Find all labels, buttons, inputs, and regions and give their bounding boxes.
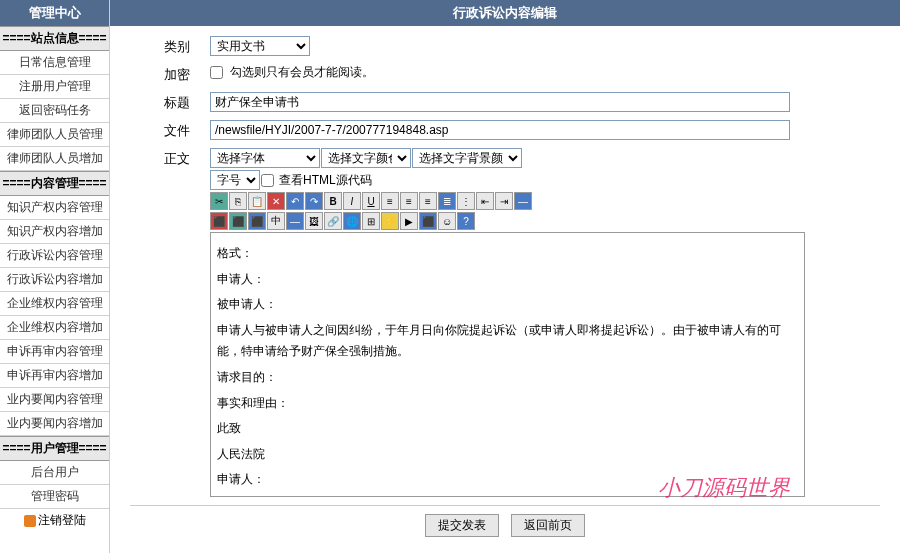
html-source-checkbox[interactable]	[261, 174, 274, 187]
sidebar: 管理中心 ====站点信息==== 日常信息管理 注册用户管理 返回密码任务 律…	[0, 0, 110, 553]
main-panel: 行政诉讼内容编辑 类别 实用文书 加密 勾选则只有会员才能阅读。 标题	[110, 0, 900, 553]
media-icon[interactable]: ▶	[400, 212, 418, 230]
nav-news-mgmt[interactable]: 业内要闻内容管理	[0, 388, 109, 412]
submit-button[interactable]: 提交发表	[425, 514, 499, 537]
redo-icon[interactable]: ↷	[305, 192, 323, 210]
sidebar-title: 管理中心	[0, 0, 109, 26]
nav-lawyer-mgmt[interactable]: 律师团队人员管理	[0, 123, 109, 147]
hr-icon[interactable]: —	[514, 192, 532, 210]
editor-line: 申请人：	[217, 469, 798, 491]
editor-line: 被申请人：	[217, 294, 798, 316]
editor-line: 人民法院	[217, 444, 798, 466]
paste-icon[interactable]: 📋	[248, 192, 266, 210]
font-select[interactable]: 选择字体	[210, 148, 320, 168]
align-center-icon[interactable]: ≡	[400, 192, 418, 210]
tb-icon-2[interactable]: ⬛	[229, 212, 247, 230]
tb-icon-4[interactable]: 中	[267, 212, 285, 230]
nav-admin-add[interactable]: 行政诉讼内容增加	[0, 268, 109, 292]
underline-icon[interactable]: U	[362, 192, 380, 210]
editor-line: 格式：	[217, 243, 798, 265]
undo-icon[interactable]: ↶	[286, 192, 304, 210]
nav-lawyer-add[interactable]: 律师团队人员增加	[0, 147, 109, 171]
delete-icon[interactable]: ✕	[267, 192, 285, 210]
editor-line: 此致	[217, 418, 798, 440]
back-button[interactable]: 返回前页	[511, 514, 585, 537]
encrypt-hint: 勾选则只有会员才能阅读。	[230, 65, 374, 79]
editor-line: 申请人：	[217, 269, 798, 291]
editor-line: 申请人与被申请人之间因纠纷，于年月日向你院提起诉讼（或申请人即将提起诉讼）。由于…	[217, 320, 798, 363]
section-content: ====内容管理====	[0, 171, 109, 196]
nav-corp-mgmt[interactable]: 企业维权内容管理	[0, 292, 109, 316]
logout-link[interactable]: 注销登陆	[0, 509, 109, 532]
emoji-icon[interactable]: ☺	[438, 212, 456, 230]
section-site-info: ====站点信息====	[0, 26, 109, 51]
category-select[interactable]: 实用文书	[210, 36, 310, 56]
bold-icon[interactable]: B	[324, 192, 342, 210]
size-select[interactable]: 字号	[210, 170, 260, 190]
cut-icon[interactable]: ✂	[210, 192, 228, 210]
editor-textarea[interactable]: 格式： 申请人： 被申请人： 申请人与被申请人之间因纠纷，于年月日向你院提起诉讼…	[210, 232, 805, 497]
logout-icon	[24, 515, 36, 527]
editor-line: 请求目的：	[217, 367, 798, 389]
html-source-label: 查看HTML源代码	[279, 172, 372, 189]
align-left-icon[interactable]: ≡	[381, 192, 399, 210]
flash-icon[interactable]: ⚡	[381, 212, 399, 230]
nav-news-add[interactable]: 业内要闻内容增加	[0, 412, 109, 436]
italic-icon[interactable]: I	[343, 192, 361, 210]
encrypt-label: 加密	[130, 64, 210, 84]
tb-icon-3[interactable]: ⬛	[248, 212, 266, 230]
category-label: 类别	[130, 36, 210, 56]
file-label: 文件	[130, 120, 210, 140]
nav-daily-info[interactable]: 日常信息管理	[0, 51, 109, 75]
indent-icon[interactable]: ⇥	[495, 192, 513, 210]
nav-admin-pwd[interactable]: 管理密码	[0, 485, 109, 509]
nav-backend-user[interactable]: 后台用户	[0, 461, 109, 485]
image-icon[interactable]: 🖼	[305, 212, 323, 230]
nav-ip-mgmt[interactable]: 知识产权内容管理	[0, 196, 109, 220]
help-icon[interactable]: ?	[457, 212, 475, 230]
list-ul-icon[interactable]: ⋮	[457, 192, 475, 210]
nav-admin-mgmt[interactable]: 行政诉讼内容管理	[0, 244, 109, 268]
table-icon[interactable]: ⊞	[362, 212, 380, 230]
globe-icon[interactable]: 🌐	[343, 212, 361, 230]
page-title: 行政诉讼内容编辑	[110, 0, 900, 26]
nav-corp-add[interactable]: 企业维权内容增加	[0, 316, 109, 340]
align-right-icon[interactable]: ≡	[419, 192, 437, 210]
editor-line: 事实和理由：	[217, 393, 798, 415]
file-input[interactable]	[210, 120, 790, 140]
nav-user-reg[interactable]: 注册用户管理	[0, 75, 109, 99]
nav-password[interactable]: 返回密码任务	[0, 99, 109, 123]
nav-appeal-add[interactable]: 申诉再审内容增加	[0, 364, 109, 388]
color-select[interactable]: 选择文字颜色	[321, 148, 411, 168]
tb-icon-5[interactable]: —	[286, 212, 304, 230]
section-users: ====用户管理====	[0, 436, 109, 461]
tb-icon-6[interactable]: ⬛	[419, 212, 437, 230]
tb-icon-1[interactable]: ⬛	[210, 212, 228, 230]
nav-appeal-mgmt[interactable]: 申诉再审内容管理	[0, 340, 109, 364]
outdent-icon[interactable]: ⇤	[476, 192, 494, 210]
nav-ip-add[interactable]: 知识产权内容增加	[0, 220, 109, 244]
title-label: 标题	[130, 92, 210, 112]
copy-icon[interactable]: ⎘	[229, 192, 247, 210]
list-ol-icon[interactable]: ≣	[438, 192, 456, 210]
title-input[interactable]	[210, 92, 790, 112]
link-icon[interactable]: 🔗	[324, 212, 342, 230]
encrypt-checkbox[interactable]	[210, 66, 223, 79]
content-label: 正文	[130, 148, 210, 168]
logout-label: 注销登陆	[38, 513, 86, 527]
bgcolor-select[interactable]: 选择文字背景颜色	[412, 148, 522, 168]
